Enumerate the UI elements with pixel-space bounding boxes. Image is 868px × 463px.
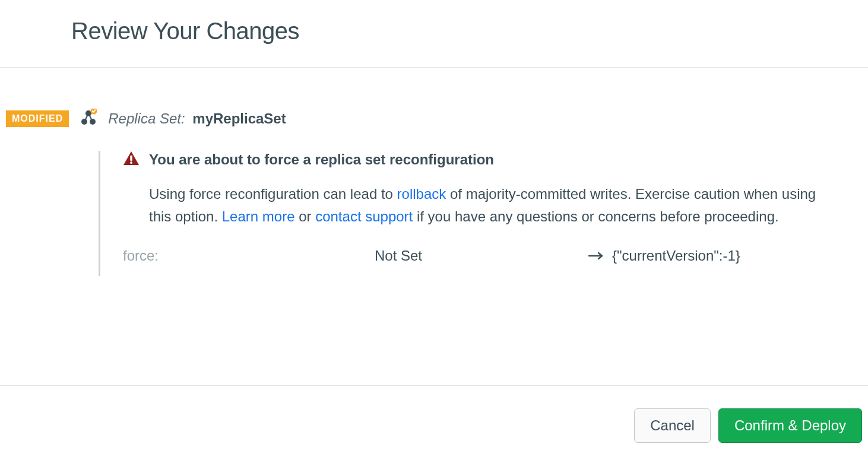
warning-title: You are about to force a replica set rec…: [149, 151, 494, 168]
diff-new-value: {"currentVersion":-1}: [612, 248, 740, 264]
warning-text-4: if you have any questions or concerns be…: [413, 208, 778, 224]
svg-rect-6: [130, 156, 132, 161]
change-summary-row: MODIFIED Replica Set: myReplicaSet: [6, 110, 862, 127]
replica-set-icon: [80, 109, 97, 126]
confirm-deploy-button[interactable]: Confirm & Deploy: [718, 408, 862, 443]
arrow-right-icon: [588, 252, 604, 260]
replica-set-label: Replica Set: myReplicaSet: [108, 110, 286, 127]
svg-point-7: [130, 161, 132, 164]
detail-block: You are about to force a replica set rec…: [99, 151, 862, 276]
warning-icon: [123, 151, 140, 169]
diff-row: force: Not Set {"currentVersion":-1}: [123, 248, 838, 276]
warning-text-1: Using force reconfiguration can lead to: [149, 186, 397, 202]
header: Review Your Changes: [0, 0, 868, 68]
warning-text-3: or: [294, 208, 315, 224]
learn-more-link[interactable]: Learn more: [222, 208, 295, 224]
cancel-button[interactable]: Cancel: [634, 408, 711, 443]
modified-badge: MODIFIED: [6, 110, 69, 127]
contact-support-link[interactable]: contact support: [315, 208, 413, 224]
warning-header: You are about to force a replica set rec…: [123, 151, 838, 169]
warning-body: Using force reconfiguration can lead to …: [149, 183, 838, 229]
diff-old-value: Not Set: [375, 248, 588, 264]
footer: Cancel Confirm & Deploy: [0, 385, 868, 463]
replica-set-name: myReplicaSet: [192, 110, 286, 126]
rollback-link[interactable]: rollback: [397, 186, 446, 202]
content: MODIFIED Replica Set: myReplicaSet: [0, 68, 868, 276]
replica-set-type: Replica Set:: [108, 110, 185, 126]
page-title: Review Your Changes: [71, 18, 868, 45]
diff-field-name: force:: [123, 248, 375, 264]
